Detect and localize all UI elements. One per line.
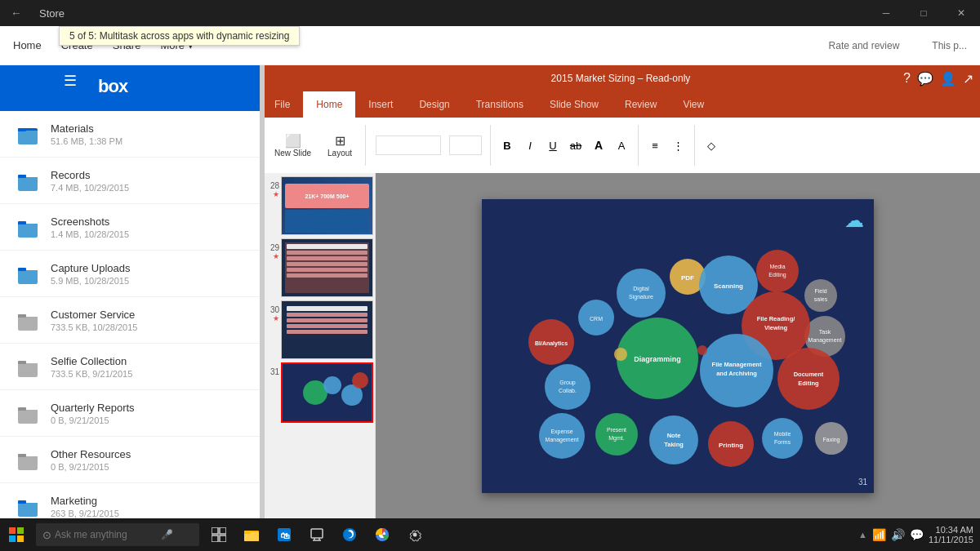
folder-info: Selfie Collection 733.5 KB, 9/21/2015 [51, 355, 247, 379]
svg-text:Editing: Editing [798, 380, 819, 387]
svg-rect-71 [220, 527, 226, 534]
taskbar-search[interactable]: ⊙ 🎤 [36, 523, 199, 546]
svg-text:CRM: CRM [590, 316, 603, 322]
folder-name: Records [51, 169, 247, 181]
volume-icon[interactable]: 🔊 [891, 528, 905, 541]
list-item[interactable]: Screenshots 1.4 MB, 10/28/2015 [0, 204, 261, 251]
italic-button[interactable]: I [520, 136, 540, 155]
mic-icon[interactable]: 🎤 [161, 529, 173, 540]
slide-thumb-30[interactable] [281, 300, 373, 359]
maximize-button[interactable]: □ [905, 0, 942, 26]
resize-handle[interactable] [260, 65, 265, 518]
pp-title: 2015 Market Sizing – Read-only [551, 73, 691, 84]
action-center-icon[interactable] [301, 518, 333, 551]
list-item[interactable]: Materials 51.6 MB, 1:38 PM [0, 111, 261, 158]
svg-rect-73 [220, 535, 226, 542]
svg-text:Printing: Printing [719, 442, 743, 449]
slide-canvas: ☁ BI/Analytics CRM Digital Signature [482, 199, 874, 493]
file-explorer-icon[interactable] [235, 518, 268, 551]
slide-number-31: 31 [263, 362, 279, 376]
list-item[interactable]: Marketing 263 B, 9/21/2015 [0, 483, 261, 518]
strikethrough-button[interactable]: ab [566, 136, 586, 155]
task-view-button[interactable] [203, 518, 235, 551]
ribbon-separator [365, 125, 366, 166]
store-icon[interactable]: 🛍 [268, 518, 301, 551]
hamburger-menu[interactable]: ☰ [64, 72, 77, 90]
bullet-button[interactable]: ≡ [645, 136, 665, 155]
layout-button[interactable]: ⊞ Layout [321, 130, 359, 161]
clock[interactable]: 10:34 AM 11/11/2015 [929, 525, 973, 544]
search-input[interactable] [55, 529, 161, 540]
list-item[interactable]: Capture Uploads 5.9 MB, 10/28/2015 [0, 251, 261, 297]
ribbon-tabs: File Home Insert Design Transitions Slid… [261, 91, 980, 118]
slide-row: 31 [263, 362, 373, 423]
font-size-input[interactable] [449, 136, 482, 155]
slide-thumb-31[interactable] [281, 362, 373, 423]
tab-design[interactable]: Design [406, 91, 462, 118]
font-color-button[interactable]: A [589, 136, 608, 155]
folder-info: Other Resources 0 B, 9/21/2015 [51, 448, 247, 472]
tab-home[interactable]: Home [303, 91, 355, 118]
folder-info: Screenshots 1.4 MB, 10/28/2015 [51, 216, 247, 239]
highlight-button[interactable]: A [612, 136, 631, 155]
svg-point-39 [545, 364, 590, 410]
slide-thumb-28[interactable]: 21K+ 700M 500+ [281, 176, 373, 235]
svg-text:Media: Media [769, 264, 785, 269]
comments-icon[interactable]: 💬 [917, 71, 933, 87]
tab-transitions[interactable]: Transitions [463, 91, 537, 118]
folder-name: Capture Uploads [51, 262, 247, 274]
minimize-button[interactable]: ─ [867, 0, 905, 26]
tab-file[interactable]: File [261, 91, 303, 118]
system-tray: ▲ 📶 🔊 💬 10:34 AM 11/11/2015 [852, 525, 980, 544]
pp-title-bar: 2015 Market Sizing – Read-only ? 💬 👤 ↗ [261, 65, 980, 91]
box-header: ☰ box [0, 65, 261, 111]
settings-icon[interactable] [399, 518, 431, 551]
svg-text:Note: Note [667, 432, 681, 439]
close-button[interactable]: ✕ [942, 0, 980, 26]
tab-view[interactable]: View [670, 91, 717, 118]
list-item[interactable]: Customer Service 733.5 KB, 10/28/2015 [0, 297, 261, 344]
list-item[interactable]: Other Resources 0 B, 9/21/2015 [0, 437, 261, 483]
tab-insert[interactable]: Insert [355, 91, 406, 118]
chrome-icon[interactable] [366, 518, 399, 551]
bold-button[interactable]: B [497, 136, 517, 155]
svg-text:Faxing: Faxing [822, 437, 840, 443]
notification-icon[interactable]: 💬 [910, 528, 924, 541]
svg-rect-67 [17, 527, 24, 534]
underline-button[interactable]: U [543, 136, 563, 155]
folder-name: Other Resources [51, 448, 247, 460]
share-icon[interactable]: ↗ [963, 71, 973, 87]
back-button[interactable]: ← [0, 0, 33, 26]
tab-slideshow[interactable]: Slide Show [537, 91, 612, 118]
nav-home[interactable]: Home [13, 36, 42, 55]
taskbar: ⊙ 🎤 🛍 ▲ 📶 🔊 💬 [0, 518, 980, 551]
svg-point-59 [762, 418, 803, 459]
font-name-input[interactable] [376, 136, 441, 155]
folder-meta: 733.5 KB, 9/21/2015 [51, 369, 247, 379]
show-hidden-icons[interactable]: ▲ [858, 530, 867, 540]
help-icon[interactable]: ? [903, 71, 911, 87]
svg-text:File Management: File Management [712, 361, 762, 368]
folder-icon [13, 259, 42, 288]
pp-ribbon: File Home Insert Design Transitions Slid… [261, 91, 980, 173]
svg-text:Digital: Digital [633, 286, 649, 292]
design-button[interactable]: ◇ [702, 136, 721, 155]
svg-rect-76 [244, 531, 251, 534]
ribbon-separator-4 [694, 125, 695, 166]
list-item[interactable]: Quarterly Reports 0 B, 9/21/2015 [0, 390, 261, 437]
cortana-icon: ⊙ [42, 529, 51, 541]
folder-meta: 51.6 MB, 1:38 PM [51, 136, 247, 146]
wifi-icon[interactable]: 📶 [872, 528, 886, 541]
svg-rect-6 [18, 268, 26, 271]
svg-text:Diagramming: Diagramming [634, 355, 681, 363]
list-item[interactable]: Records 7.4 MB, 10/29/2015 [0, 158, 261, 204]
folder-icon [13, 166, 42, 195]
slide-thumb-29[interactable] [281, 238, 373, 297]
edge-icon[interactable] [333, 518, 366, 551]
numbering-button[interactable]: ⋮ [668, 136, 688, 155]
tab-review[interactable]: Review [612, 91, 670, 118]
list-item[interactable]: Selfie Collection 733.5 KB, 9/21/2015 [0, 344, 261, 390]
new-slide-button[interactable]: ⬜ New Slide [268, 130, 318, 161]
user-icon[interactable]: 👤 [940, 71, 956, 87]
start-button[interactable] [0, 518, 33, 551]
